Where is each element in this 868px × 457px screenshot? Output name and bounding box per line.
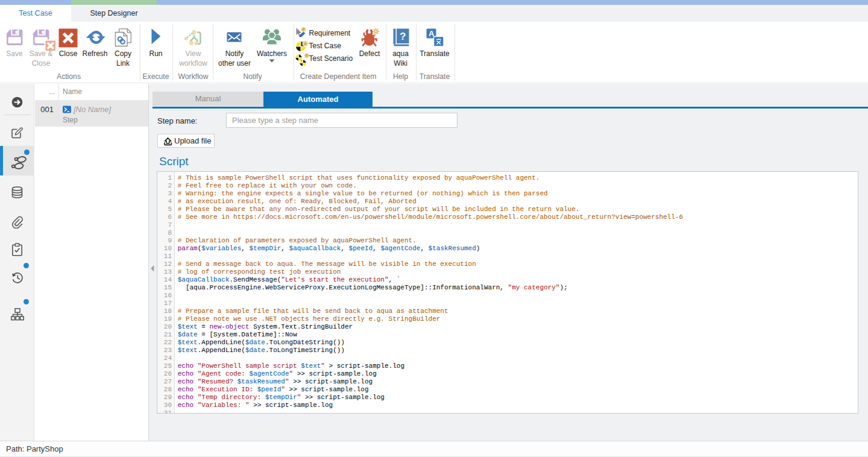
svg-text:?: ? bbox=[400, 31, 406, 42]
svg-text:A: A bbox=[429, 29, 435, 38]
